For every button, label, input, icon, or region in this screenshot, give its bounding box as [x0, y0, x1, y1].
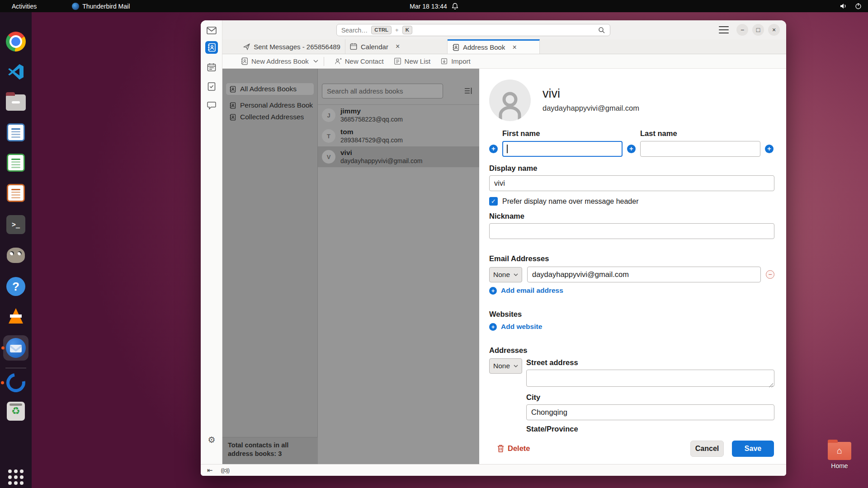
ctrl-keycap: CTRL [371, 26, 392, 34]
tab-calendar[interactable]: Calendar × [345, 39, 448, 54]
add-name-field-button[interactable]: + [489, 145, 498, 153]
edit-footer: Delete Cancel Save [479, 433, 786, 464]
dock-libreoffice-impress-icon[interactable] [5, 182, 27, 204]
new-list-button[interactable]: New List [394, 57, 431, 65]
dock-vlc-icon[interactable] [5, 305, 27, 327]
dock-trash-icon[interactable]: ♻ [5, 400, 27, 422]
contact-email: 2893847529@qq.com [340, 136, 403, 145]
mail-space-icon[interactable] [205, 24, 218, 37]
prefer-display-name-label: Prefer display name over message header [502, 197, 639, 206]
display-name-input[interactable] [489, 175, 774, 191]
nickname-input[interactable] [489, 223, 774, 239]
sidebar-item-personal-address-book[interactable]: Personal Address Book [226, 99, 314, 111]
delete-contact-button[interactable]: Delete [497, 444, 530, 453]
contact-photo-placeholder[interactable] [489, 80, 531, 121]
dock-thunderbird-icon[interactable] [3, 335, 28, 361]
k-keycap: K [402, 26, 412, 34]
dock-help-icon[interactable]: ? [5, 276, 27, 297]
prefer-display-name-checkbox[interactable]: ✓ [489, 197, 498, 206]
collapse-sidebar-icon[interactable]: ⇤ [207, 466, 213, 474]
activities-button[interactable]: Activities [8, 2, 40, 11]
window-status-bar: ⇤ ((o)) [201, 464, 786, 476]
focused-app-name: Thunderbird Mail [82, 3, 130, 10]
import-icon [440, 57, 448, 65]
new-contact-button[interactable]: New Contact [334, 57, 384, 65]
minimize-button[interactable]: − [736, 24, 748, 36]
email-address-input[interactable] [527, 267, 761, 282]
email-addresses-heading: Email Addresses [489, 254, 774, 263]
display-options-icon[interactable] [464, 87, 473, 95]
calendar-icon [350, 43, 357, 50]
clock[interactable]: Mar 18 13:44 [410, 3, 447, 10]
dock-libreoffice-writer-icon[interactable] [5, 122, 27, 143]
avatar: T [322, 129, 335, 143]
dock-software-updater-icon[interactable] [5, 372, 27, 394]
global-search-bar[interactable]: Search… CTRL + K [336, 24, 610, 36]
window-titlebar[interactable]: Search… CTRL + K − □ × [201, 20, 786, 39]
add-website-link[interactable]: + Add website [489, 323, 774, 331]
plus-icon: + [489, 287, 497, 295]
contact-search-input[interactable] [322, 84, 443, 99]
contact-row-tom[interactable]: T tom 2893847529@qq.com [318, 126, 479, 146]
chevron-down-icon[interactable] [313, 60, 318, 63]
sidebar-item-all-address-books[interactable]: All Address Books [226, 83, 314, 95]
focused-app-menu[interactable]: Thunderbird Mail [72, 3, 130, 10]
contact-email: 3685758223@qq.com [340, 116, 403, 124]
person-silhouette-icon [495, 89, 525, 121]
spaces-toolbar: ⚙ [201, 20, 222, 464]
dock-gimp-icon[interactable] [5, 244, 27, 266]
address-book-icon [229, 86, 236, 93]
add-name-field-button[interactable]: + [627, 145, 636, 153]
volume-icon[interactable] [840, 3, 848, 9]
show-applications-button[interactable] [5, 466, 27, 488]
street-address-textarea[interactable] [526, 370, 774, 387]
avatar: V [322, 150, 335, 164]
contact-email: daydayhappyvivi@gmail.com [340, 157, 423, 165]
dock-libreoffice-calc-icon[interactable] [5, 152, 27, 174]
home-folder-icon: ⌂ [828, 442, 851, 460]
sidebar-item-collected-addresses[interactable]: Collected Addresses [226, 111, 314, 123]
contact-row-jimmy[interactable]: J jimmy 3685758223@qq.com [318, 105, 479, 126]
plus-icon: + [489, 323, 497, 331]
tasks-space-icon[interactable] [205, 80, 218, 93]
state-province-label: State/Province [526, 425, 774, 433]
desktop-home-icon[interactable]: ⌂ Home [826, 442, 853, 469]
dock-terminal-icon[interactable]: >_ [5, 214, 27, 235]
close-tab-icon[interactable]: × [396, 43, 400, 50]
tab-label: Calendar [361, 43, 388, 51]
chat-space-icon[interactable] [205, 99, 218, 112]
calendar-space-icon[interactable] [205, 61, 218, 74]
maximize-button[interactable]: □ [752, 24, 764, 36]
close-button[interactable]: × [768, 24, 780, 36]
last-name-input[interactable] [640, 141, 760, 157]
new-address-book-button[interactable]: New Address Book [241, 57, 309, 65]
power-icon[interactable] [855, 3, 862, 9]
tab-address-book[interactable]: Address Book × [448, 39, 540, 54]
text-caret [507, 145, 508, 153]
remove-email-button[interactable]: − [766, 270, 774, 279]
dock-vscode-icon[interactable] [5, 61, 27, 83]
dock-chrome-icon[interactable] [5, 31, 27, 52]
save-button[interactable]: Save [732, 441, 774, 457]
city-input[interactable] [526, 404, 774, 420]
tab-sent-messages[interactable]: Sent Messages - 2658564893@ [239, 39, 345, 54]
address-book-space-icon[interactable] [205, 41, 218, 54]
add-name-field-button[interactable]: + [765, 145, 774, 153]
close-tab-icon[interactable]: × [512, 44, 516, 51]
spaces-settings-gear-icon[interactable]: ⚙ [201, 435, 222, 445]
cancel-button[interactable]: Cancel [690, 441, 724, 457]
contact-name: tom [340, 128, 403, 136]
app-menu-button[interactable] [719, 26, 729, 33]
email-type-select[interactable]: None [489, 267, 522, 282]
contact-row-vivi[interactable]: V vivi daydayhappyvivi@gmail.com [318, 146, 479, 167]
import-button[interactable]: Import [440, 57, 471, 65]
first-name-input[interactable] [502, 141, 623, 157]
address-book-icon [229, 114, 236, 121]
address-book-toolbar: New Address Book New Contact New List Im… [222, 54, 786, 69]
dock-files-icon[interactable] [5, 92, 27, 113]
dock-separator [5, 368, 26, 368]
avatar: J [322, 108, 335, 122]
address-type-select[interactable]: None [489, 358, 522, 374]
notification-bell-icon[interactable] [452, 3, 458, 10]
add-email-address-link[interactable]: + Add email address [489, 286, 774, 295]
